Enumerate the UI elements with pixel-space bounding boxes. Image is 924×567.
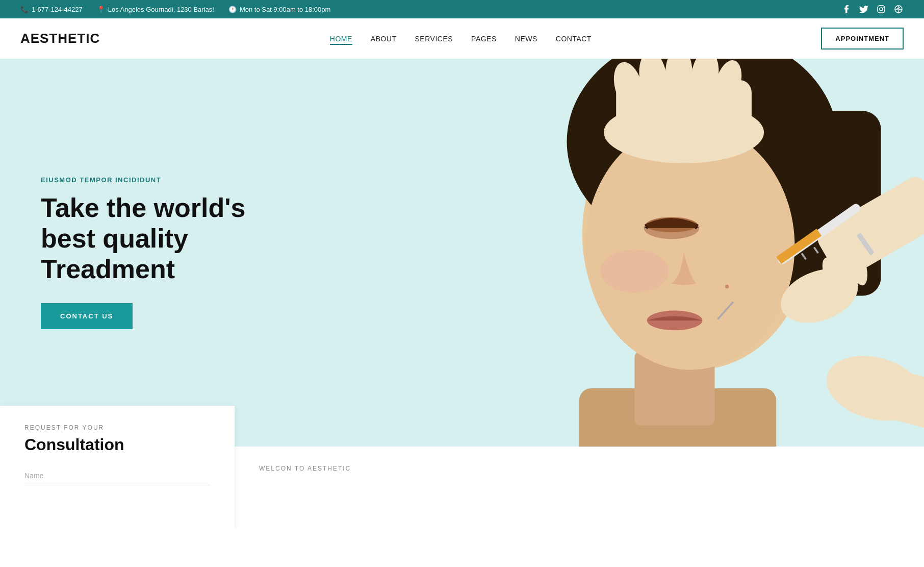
nav-item-about[interactable]: ABOUT xyxy=(371,34,397,43)
dribbble-icon[interactable] xyxy=(893,4,904,14)
hero-section: EIUSMOD TEMPOR INCIDIDUNT Take the world… xyxy=(0,59,924,447)
logo: AESTHETIC xyxy=(20,31,100,46)
hero-image xyxy=(370,59,924,447)
phone-item: 📞 1-677-124-44227 xyxy=(20,6,83,13)
hours-text: Mon to Sat 9:00am to 18:00pm xyxy=(240,6,331,13)
nav-link-pages[interactable]: PAGES xyxy=(471,35,497,43)
consultation-title: Consultation xyxy=(24,435,210,454)
svg-point-15 xyxy=(601,250,669,293)
svg-point-13 xyxy=(646,217,697,232)
hours-item: 🕐 Mon to Sat 9:00am to 18:00pm xyxy=(228,6,331,13)
nav-link-contact[interactable]: CONTACT xyxy=(556,35,592,43)
nav-link-services[interactable]: SERVICES xyxy=(415,35,453,43)
consultation-label: REQUEST FOR YOUR xyxy=(24,424,210,431)
hero-content: EIUSMOD TEMPOR INCIDIDUNT Take the world… xyxy=(0,135,326,369)
hero-subtitle: EIUSMOD TEMPOR INCIDIDUNT xyxy=(41,176,286,184)
name-input[interactable]: Name xyxy=(24,466,210,485)
address-text: Los Angeles Gournadi, 1230 Barias! xyxy=(108,6,214,13)
welcome-section: WELCON TO AESTHETIC xyxy=(235,447,924,528)
twitter-icon[interactable] xyxy=(859,4,869,14)
top-bar: 📞 1-677-124-44227 📍 Los Angeles Gournadi… xyxy=(0,0,924,18)
top-bar-left: 📞 1-677-124-44227 📍 Los Angeles Gournadi… xyxy=(20,6,330,13)
nav-item-pages[interactable]: PAGES xyxy=(471,34,497,43)
consultation-card: REQUEST FOR YOUR Consultation Name xyxy=(0,406,235,528)
nav-item-home[interactable]: HOME xyxy=(330,34,352,43)
nav-link-home[interactable]: HOME xyxy=(330,35,352,45)
nav-item-contact[interactable]: CONTACT xyxy=(556,34,592,43)
instagram-icon[interactable] xyxy=(876,4,886,14)
nav-link-news[interactable]: NEWS xyxy=(515,35,537,43)
svg-point-2 xyxy=(883,7,884,8)
nav-item-services[interactable]: SERVICES xyxy=(415,34,453,43)
name-placeholder: Name xyxy=(24,472,43,480)
phone-number: 1-677-124-44227 xyxy=(32,6,83,13)
location-icon: 📍 xyxy=(97,6,105,13)
svg-point-36 xyxy=(725,285,729,288)
navbar: AESTHETIC HOME ABOUT SERVICES PAGES NEWS… xyxy=(0,18,924,59)
hero-title: Take the world's best quality Treadment xyxy=(41,193,286,284)
nav-link-about[interactable]: ABOUT xyxy=(371,35,397,43)
bottom-section: REQUEST FOR YOUR Consultation Name WELCO… xyxy=(0,447,924,528)
nav-item-news[interactable]: NEWS xyxy=(515,34,537,43)
contact-us-button[interactable]: CONTACT US xyxy=(41,303,133,329)
svg-point-1 xyxy=(880,8,883,11)
address-item: 📍 Los Angeles Gournadi, 1230 Barias! xyxy=(97,6,214,13)
phone-icon: 📞 xyxy=(20,6,29,13)
nav-links: HOME ABOUT SERVICES PAGES NEWS CONTACT xyxy=(330,34,592,43)
svg-rect-0 xyxy=(878,6,885,13)
facebook-icon[interactable] xyxy=(841,4,852,14)
welcome-label: WELCON TO AESTHETIC xyxy=(259,465,900,472)
appointment-button[interactable]: APPOINTMENT xyxy=(821,28,904,50)
social-links xyxy=(841,4,904,14)
clock-icon: 🕐 xyxy=(228,6,237,13)
